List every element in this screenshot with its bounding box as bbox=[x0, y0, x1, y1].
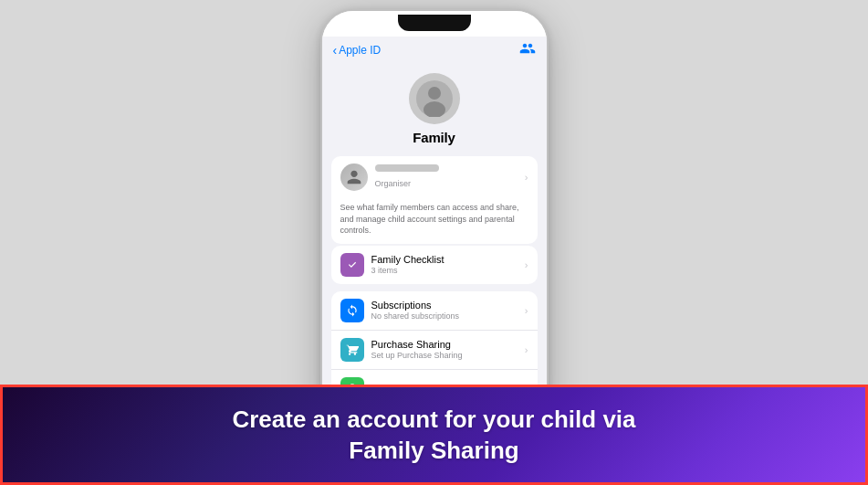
page-background: ‹ Apple ID Family bbox=[0, 0, 868, 485]
subscriptions-item[interactable]: Subscriptions No shared subscriptions › bbox=[331, 291, 538, 331]
content-area: Organiser › See what family members can … bbox=[322, 156, 547, 423]
add-person-icon[interactable] bbox=[519, 40, 536, 60]
subscriptions-icon bbox=[340, 299, 364, 322]
back-button[interactable]: ‹ Apple ID bbox=[333, 44, 382, 57]
back-label: Apple ID bbox=[339, 44, 381, 57]
subscriptions-title: Subscriptions bbox=[371, 299, 518, 311]
family-checklist-text: Family Checklist 3 items bbox=[371, 253, 518, 277]
avatar bbox=[409, 73, 460, 124]
purchase-sharing-title: Purchase Sharing bbox=[371, 338, 518, 351]
purchase-sharing-icon bbox=[340, 338, 364, 362]
organiser-avatar bbox=[340, 163, 368, 191]
family-checklist-title: Family Checklist bbox=[371, 253, 518, 266]
phone-screen: ‹ Apple ID Family bbox=[322, 37, 547, 423]
purchase-sharing-text: Purchase Sharing Set up Purchase Sharing bbox=[371, 338, 518, 362]
organiser-card: Organiser › See what family members can … bbox=[331, 156, 538, 244]
banner-line1: Create an account for your child via bbox=[232, 406, 635, 433]
family-checklist-icon bbox=[340, 253, 364, 277]
family-checklist-card: Family Checklist 3 items › bbox=[331, 246, 538, 284]
notch-bar bbox=[398, 15, 471, 31]
svg-point-1 bbox=[428, 87, 441, 100]
subscriptions-chevron-icon: › bbox=[525, 305, 528, 316]
purchase-sharing-subtitle: Set up Purchase Sharing bbox=[371, 351, 518, 362]
subscriptions-subtitle: No shared subscriptions bbox=[371, 311, 518, 322]
banner-line2: Family Sharing bbox=[349, 437, 518, 464]
phone-notch bbox=[322, 11, 547, 37]
profile-name: Family bbox=[413, 130, 455, 145]
organiser-chevron-icon: › bbox=[525, 172, 528, 183]
purchase-sharing-item[interactable]: Purchase Sharing Set up Purchase Sharing… bbox=[331, 331, 538, 370]
family-checklist-chevron-icon: › bbox=[525, 259, 528, 270]
organiser-row[interactable]: Organiser › bbox=[331, 156, 538, 198]
organiser-info: Organiser bbox=[375, 164, 518, 190]
bottom-banner: Create an account for your child via Fam… bbox=[0, 385, 868, 485]
subscriptions-text: Subscriptions No shared subscriptions bbox=[371, 299, 518, 322]
phone-mockup: ‹ Apple ID Family bbox=[320, 9, 549, 425]
banner-text: Create an account for your child via Fam… bbox=[232, 405, 635, 467]
profile-section: Family bbox=[322, 66, 547, 156]
organiser-label: Organiser bbox=[375, 179, 412, 188]
description-text: See what family members can access and s… bbox=[331, 198, 538, 244]
family-checklist-subtitle: 3 items bbox=[371, 266, 518, 277]
organiser-name-blurred bbox=[375, 164, 439, 172]
back-chevron-icon: ‹ bbox=[333, 44, 338, 57]
purchase-sharing-chevron-icon: › bbox=[525, 344, 528, 355]
nav-bar: ‹ Apple ID bbox=[322, 37, 547, 66]
family-checklist-item[interactable]: Family Checklist 3 items › bbox=[331, 246, 538, 284]
